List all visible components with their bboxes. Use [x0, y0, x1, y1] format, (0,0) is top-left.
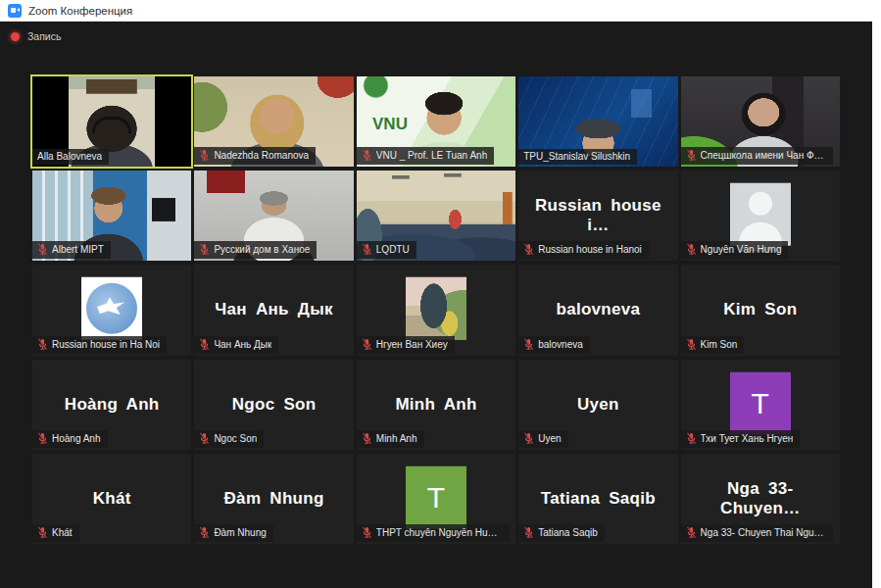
- video-overlay-text: VNU: [372, 115, 408, 134]
- participant-tile[interactable]: Nguyễn Văn Hưng: [681, 171, 840, 261]
- avatar: T: [730, 371, 791, 434]
- muted-mic-icon: [523, 526, 534, 539]
- participant-name-label: Hoàng Anh: [32, 430, 108, 448]
- participant-name-label: Нгуен Ван Хиеу: [357, 336, 455, 354]
- muted-mic-icon: [199, 243, 210, 256]
- muted-mic-icon: [199, 432, 210, 445]
- participant-tile[interactable]: LQDTU: [357, 171, 515, 261]
- window-title: Zoom Конференция: [28, 5, 132, 17]
- window-titlebar[interactable]: Zoom Конференция: [0, 0, 872, 22]
- muted-mic-icon: [523, 338, 534, 351]
- participant-name-label: Albert MIPT: [32, 241, 111, 259]
- participant-name-label: Ngoc Son: [194, 430, 264, 448]
- participant-tile[interactable]: Russian house i… Russian house in Hanoi: [518, 171, 677, 261]
- avatar: [81, 277, 142, 340]
- participant-name-text: Russian house in Ha Noi: [52, 339, 160, 350]
- participant-name-text: Ngoc Son: [214, 433, 257, 444]
- participant-name-text: Tatiana Saqib: [538, 527, 598, 538]
- participant-tile[interactable]: Nadezhda Romanova: [194, 76, 353, 167]
- participant-name-text: Nadezhda Romanova: [214, 150, 309, 161]
- participant-tile[interactable]: Russian house in Ha Noi: [32, 265, 191, 355]
- participant-name-text: Nguyễn Văn Hưng: [701, 244, 782, 255]
- muted-mic-icon: [37, 338, 48, 351]
- participant-tile[interactable]: balovneva balovneva: [518, 265, 677, 355]
- participant-name-label: Tatiana Saqib: [518, 524, 605, 542]
- participant-name-text: balovneva: [538, 339, 583, 350]
- participant-name-label: VNU _ Prof. LE Tuan Anh: [357, 147, 494, 165]
- participant-name-label: Тхи Тует Хань Нгуен: [681, 430, 801, 448]
- muted-mic-icon: [37, 526, 48, 539]
- muted-mic-icon: [37, 243, 48, 256]
- avatar: [730, 183, 791, 246]
- participant-tile[interactable]: Albert MIPT: [32, 171, 191, 261]
- participant-name-text: THPT chuyên Nguyễn Huệ L…: [376, 527, 503, 538]
- muted-mic-icon: [686, 338, 697, 351]
- avatar: [406, 277, 466, 340]
- participant-name-text: LQDTU: [376, 244, 410, 255]
- muted-mic-icon: [199, 149, 210, 162]
- participant-name-text: TPU_Stanislav Silushkin: [523, 151, 630, 162]
- participant-tile[interactable]: T Тхи Тует Хань Нгуен: [681, 360, 840, 450]
- participant-name-text: Спецшкола имени Чан Фу, …: [701, 150, 827, 161]
- muted-mic-icon: [686, 149, 697, 162]
- participant-name-text: Đàm Nhung: [214, 527, 266, 538]
- participant-name-label: Đàm Nhung: [194, 524, 272, 542]
- participant-name-text: Nga 33- Chuyen Thai Nguyen: [701, 527, 827, 538]
- participant-tile[interactable]: Нгуен Ван Хиеу: [357, 265, 515, 355]
- muted-mic-icon: [362, 338, 372, 351]
- participant-tile[interactable]: Ngoc Son Ngoc Son: [194, 360, 353, 450]
- participant-name-label: Nadezhda Romanova: [194, 147, 316, 165]
- participant-name-label: Nga 33- Chuyen Thai Nguyen: [681, 524, 834, 542]
- participant-tile[interactable]: Nga 33- Chuyen… Nga 33- Chuyen Thai Nguy…: [681, 454, 840, 544]
- participant-name-label: Minh Anh: [357, 430, 424, 448]
- participant-name-label: balovneva: [518, 336, 590, 354]
- participant-name-text: Чан Ань Дык: [214, 339, 271, 350]
- participant-name-text: Русский дом в Ханое: [214, 244, 310, 255]
- participant-tile[interactable]: Minh Anh Minh Anh: [357, 360, 515, 450]
- participant-tile[interactable]: T THPT chuyên Nguyễn Huệ L…: [357, 454, 515, 544]
- muted-mic-icon: [199, 338, 210, 351]
- participant-name-label: Uyen: [518, 430, 567, 448]
- participant-name-text: Khát: [52, 527, 73, 538]
- zoom-meeting-window: Zoom Конференция Запись Alla Balovneva: [0, 0, 872, 588]
- participant-name-text: VNU _ Prof. LE Tuan Anh: [376, 150, 487, 161]
- participant-name-text: Minh Anh: [376, 433, 417, 444]
- participant-tile[interactable]: VNU VNU _ Prof. LE Tuan Anh: [357, 76, 515, 167]
- participant-name-text: Тхи Тует Хань Нгуен: [701, 433, 794, 444]
- avatar: T: [406, 466, 466, 529]
- muted-mic-icon: [362, 432, 372, 445]
- participant-name-label: Спецшкола имени Чан Фу, …: [681, 147, 834, 165]
- participant-name-label: Russian house in Ha Noi: [32, 336, 167, 354]
- recording-label: Запись: [27, 30, 61, 42]
- participant-tile[interactable]: Uyen Uyen: [518, 360, 677, 450]
- participant-name-label: THPT chuyên Nguyễn Huệ L…: [357, 524, 510, 542]
- participant-tile[interactable]: Kim Son Kim Son: [681, 265, 840, 355]
- participant-name-label: Русский дом в Ханое: [194, 241, 317, 259]
- participant-name-text: Hoàng Anh: [52, 433, 101, 444]
- participant-tile[interactable]: Tatiana Saqib Tatiana Saqib: [518, 454, 677, 544]
- participant-name-label: Nguyễn Văn Hưng: [681, 241, 789, 259]
- participant-name-label: Russian house in Hanoi: [518, 241, 649, 259]
- participant-name-text: Uyen: [538, 433, 561, 444]
- muted-mic-icon: [686, 432, 697, 445]
- participant-tile[interactable]: TPU_Stanislav Silushkin: [518, 76, 677, 167]
- participant-tile[interactable]: Hoàng Anh Hoàng Anh: [32, 360, 191, 450]
- zoom-app-icon: [8, 4, 22, 18]
- muted-mic-icon: [362, 526, 372, 539]
- muted-mic-icon: [199, 526, 210, 539]
- participant-name-label: LQDTU: [357, 241, 416, 259]
- participant-tile[interactable]: Đàm Nhung Đàm Nhung: [194, 454, 353, 544]
- participant-name-text: Albert MIPT: [52, 244, 104, 255]
- participant-name-label: TPU_Stanislav Silushkin: [518, 149, 637, 165]
- participant-name-text: Нгуен Ван Хиеу: [376, 339, 448, 350]
- participant-name-label: Alla Balovneva: [32, 149, 109, 165]
- participant-tile[interactable]: Alla Balovneva: [32, 76, 191, 167]
- muted-mic-icon: [523, 243, 534, 256]
- participant-name-label: Kim Son: [681, 336, 745, 354]
- participant-tile[interactable]: Khát Khát: [32, 454, 191, 544]
- participant-name-text: Russian house in Hanoi: [538, 244, 642, 255]
- participant-tile[interactable]: Русский дом в Ханое: [194, 171, 353, 261]
- participant-name-label: Чан Ань Дык: [194, 336, 278, 354]
- participant-tile[interactable]: Спецшкола имени Чан Фу, …: [681, 76, 840, 167]
- participant-tile[interactable]: Чан Ань Дык Чан Ань Дык: [194, 265, 353, 355]
